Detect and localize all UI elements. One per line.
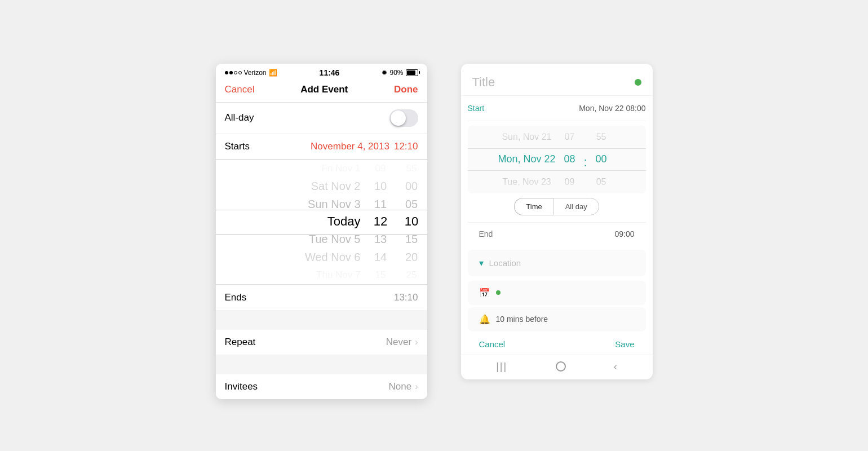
green-status-dot	[635, 79, 641, 86]
time-allday-switch: Time All day	[468, 198, 646, 215]
repeat-chevron-icon: ›	[415, 337, 418, 347]
location-input[interactable]: Location	[489, 258, 521, 268]
wifi-icon: 📶	[269, 69, 277, 77]
invitees-label: Invitees	[225, 381, 258, 392]
android-min-0: 55	[596, 126, 606, 148]
picker-hour-4: 13	[374, 231, 387, 248]
bluetooth-icon: ✹	[382, 69, 387, 77]
calendar-row[interactable]: 📅	[468, 281, 646, 305]
picker-min-6: 25	[406, 266, 417, 284]
location-pin-icon: ▾	[479, 258, 484, 268]
android-min-2: 05	[596, 171, 606, 193]
signal-dot-1	[225, 71, 228, 74]
signal-indicator	[225, 71, 242, 74]
android-date-1: Mon, Nov 22	[498, 148, 555, 171]
picker-hour-1: 10	[374, 178, 387, 195]
signal-dot-3	[234, 71, 237, 74]
invitees-chevron-icon: ›	[415, 382, 418, 392]
status-bar: Verizon 📶 11:46 ✹ 90%	[216, 64, 427, 79]
all-day-label: All-day	[225, 112, 254, 123]
picker-date-column: Fri Nov 1 Sat Nov 2 Sun Nov 3 Today Tue …	[216, 160, 365, 284]
picker-full: Fri Nov 1 Sat Nov 2 Sun Nov 3 Today Tue …	[216, 160, 427, 284]
date-time-picker[interactable]: Fri Nov 1 Sat Nov 2 Sun Nov 3 Today Tue …	[216, 160, 427, 285]
invitees-row[interactable]: Invitees None ›	[216, 374, 427, 399]
android-cancel-button[interactable]: Cancel	[479, 339, 506, 349]
starts-values: November 4, 2013 12:10	[311, 141, 418, 152]
picker-min-1: 00	[405, 178, 418, 195]
picker-min-4: 15	[405, 231, 418, 248]
nav-title: Add Event	[300, 84, 348, 95]
end-label: End	[479, 229, 493, 238]
picker-hour-0: 09	[375, 160, 386, 178]
repeat-label: Repeat	[225, 337, 256, 348]
android-picker-date-col: Sun, Nov 21 Mon, Nov 22 Tue, Nov 23	[498, 126, 555, 193]
repeat-value: Never	[386, 337, 411, 348]
android-hour-2: 09	[565, 171, 575, 193]
panel-header: Title	[461, 64, 653, 96]
cancel-button[interactable]: Cancel	[225, 84, 255, 95]
time-switch-button[interactable]: Time	[514, 198, 553, 215]
picker-date-1: Sat Nov 2	[311, 178, 361, 195]
android-picker-hour-col: 07 08 09	[555, 126, 583, 193]
picker-min-5: 20	[405, 249, 418, 266]
android-date-2: Tue, Nov 23	[502, 171, 551, 193]
android-picker-minute-col: 55 00 05	[587, 126, 615, 193]
battery-percentage: 90%	[389, 69, 403, 77]
allday-switch-button[interactable]: All day	[553, 198, 599, 215]
picker-date-3: Today	[327, 213, 361, 231]
ends-row[interactable]: Ends 13:10	[216, 285, 427, 310]
status-right: ✹ 90%	[382, 69, 418, 77]
carrier-name: Verizon	[244, 69, 267, 77]
android-nav-menu-icon[interactable]: |||	[496, 361, 507, 373]
calendar-icon: 📅	[479, 288, 490, 298]
android-min-1: 00	[596, 148, 607, 171]
reminder-text: 10 mins before	[496, 315, 548, 324]
picker-hour-2: 11	[374, 195, 387, 213]
android-picker-inner: Sun, Nov 21 Mon, Nov 22 Tue, Nov 23 07 0…	[472, 126, 641, 193]
android-hour-0: 07	[565, 126, 575, 148]
section-spacer-2	[216, 355, 427, 374]
picker-date-0: Fri Nov 1	[322, 160, 361, 178]
picker-date-6: Thu Nov 7	[316, 266, 360, 284]
all-day-row[interactable]: All-day	[216, 103, 427, 134]
status-time: 11:46	[320, 68, 340, 77]
picker-hour-3: 12	[374, 213, 387, 231]
picker-date-4: Tue Nov 5	[309, 231, 361, 248]
invitees-value: None	[389, 381, 412, 392]
repeat-row[interactable]: Repeat Never ›	[216, 330, 427, 355]
android-save-button[interactable]: Save	[615, 339, 634, 349]
action-row: Cancel Save	[468, 334, 646, 355]
picker-min-0: 55	[406, 160, 417, 178]
end-row[interactable]: End 09:00	[468, 222, 646, 245]
starts-date: November 4, 2013	[311, 141, 389, 152]
ends-time: 13:10	[394, 292, 418, 303]
android-date-0: Sun, Nov 21	[502, 126, 551, 148]
android-nav-bar: ||| ‹	[461, 355, 653, 379]
picker-date-2: Sun Nov 3	[308, 195, 360, 213]
picker-min-2: 05	[405, 195, 418, 213]
invitees-value-container: None ›	[389, 381, 418, 392]
all-day-toggle[interactable]	[389, 109, 418, 127]
android-time-picker[interactable]: Sun, Nov 21 Mon, Nov 22 Tue, Nov 23 07 0…	[468, 126, 646, 193]
panel-title[interactable]: Title	[472, 75, 495, 90]
status-left: Verizon 📶	[225, 69, 277, 77]
picker-min-3: 10	[405, 213, 418, 231]
picker-date-5: Wed Nov 6	[305, 249, 361, 266]
signal-dot-2	[229, 71, 233, 74]
android-nav-back-icon[interactable]: ‹	[614, 361, 617, 373]
starts-row[interactable]: Starts November 4, 2013 12:10	[216, 134, 427, 160]
start-label: Start	[468, 104, 485, 113]
start-value: Mon, Nov 22 08:00	[579, 104, 645, 113]
location-row[interactable]: ▾ Location	[468, 250, 646, 276]
toggle-knob	[391, 110, 406, 126]
done-button[interactable]: Done	[394, 84, 418, 95]
android-nav-home-icon[interactable]	[556, 361, 566, 372]
starts-label: Starts	[225, 141, 250, 152]
android-hour-1: 08	[564, 148, 575, 171]
ios-nav-bar: Cancel Add Event Done	[216, 79, 427, 102]
picker-minute-column: 55 00 05 10 15 20 25	[396, 160, 427, 284]
signal-dot-4	[238, 71, 242, 74]
bell-icon: 🔔	[479, 314, 490, 325]
reminder-row[interactable]: 🔔 10 mins before	[468, 307, 646, 331]
start-row[interactable]: Start Mon, Nov 22 08:00	[468, 96, 646, 121]
